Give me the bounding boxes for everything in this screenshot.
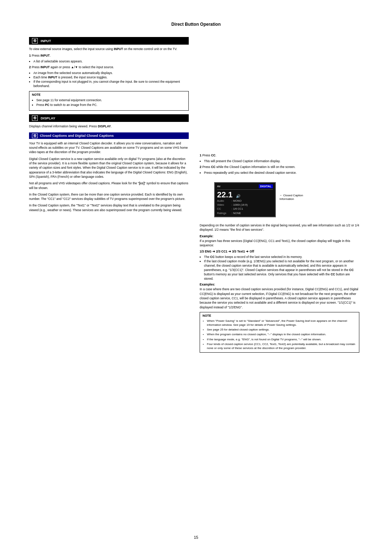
examples-label: Examples: <box>200 283 359 286</box>
right-column: 1 Press CC. This will present the Closed… <box>200 33 359 355</box>
input-intro: To view external source images, select t… <box>29 47 189 51</box>
display-bar: ⑯ DISPLAY <box>29 114 189 122</box>
cc-step1-bullet: This will present the Closed Caption inf… <box>204 159 359 164</box>
channel-number: 22.1 🔊 <box>217 191 273 199</box>
page-number: 15 <box>194 535 198 539</box>
channel-display: Air DIGITAL 22.1 🔊 Audio: MONO Video: 10… <box>214 182 276 217</box>
cc-para5: In the Closed Caption system, the "Text1… <box>29 203 189 212</box>
cc-step2-bullet: Press repeatedly until you select the de… <box>204 171 359 175</box>
cc-para1: Your TV is equipped with an internal Clo… <box>29 141 189 155</box>
depending-text: Depending on the number of caption servi… <box>200 223 359 232</box>
digital-label: DIGITAL <box>259 184 273 188</box>
examples-text: In a case where there are two closed cap… <box>200 287 359 309</box>
page: Direct Button Operation ⑯ INPUT To view … <box>0 0 392 554</box>
input-note: NOTE See page 11 for external equipment … <box>29 91 189 111</box>
cc-para3: Not all programs and VHS videotapes offe… <box>29 181 189 190</box>
air-label: Air <box>217 185 221 188</box>
input-step1: 1 Press INPUT. <box>29 53 189 58</box>
display-info: Audio: MONO Video: 1080i (16:9) CC: 1/6 … <box>217 199 273 215</box>
cc-para2: Digital Closed Caption service is a new … <box>29 157 189 179</box>
sequence: 1/3 ENG ➜ 2/3 CC1 ➜ 3/3 Text1 ➜ Off <box>200 250 359 253</box>
input-bar: ⑯ INPUT <box>29 37 189 45</box>
example-text: If a program has three services (Digital… <box>200 239 359 248</box>
input-step2: 2 Press INPUT again or press ▲/▼ to sele… <box>29 65 189 70</box>
bottom-note: NOTE When "Power Saving" is set to "Stan… <box>200 312 359 353</box>
display-text: Displays channel information being viewe… <box>29 124 189 128</box>
input-step2-bullets: An image from the selected source automa… <box>33 71 189 89</box>
cc-step1: 1 Press CC. <box>200 153 359 158</box>
cc-bar: ⑯ Closed Captions and Digital Closed Cap… <box>29 132 189 139</box>
example-label: Example: <box>200 234 359 238</box>
direct-button-title: Direct Button Operation <box>171 22 221 27</box>
cc-step2: 2 Press CC while the Closed Caption info… <box>200 165 359 169</box>
cc-para4: In the Closed Caption system, there can … <box>29 192 189 201</box>
input-step1-bullets: A list of selectable sources appears. <box>33 59 189 64</box>
closed-caption-info-label: ← Closed CaptionInformation <box>279 194 316 201</box>
cc-memory-bullets: The CC button keeps a record of the last… <box>204 255 359 281</box>
left-column: ⑯ INPUT To view external source images, … <box>29 33 189 355</box>
input-icon-num: ⑯ <box>32 38 38 44</box>
